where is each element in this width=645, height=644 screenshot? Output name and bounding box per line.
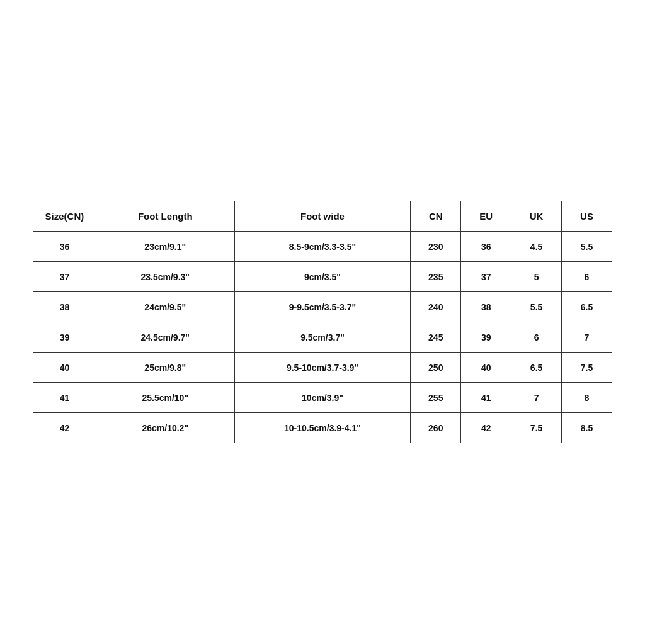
- cell-eu: 40: [461, 353, 511, 383]
- cell-foot-wide: 9cm/3.5": [234, 262, 411, 292]
- cell-foot-length: 24cm/9.5": [96, 292, 234, 322]
- cell-cn: 260: [411, 413, 461, 443]
- table-row: 4125.5cm/10"10cm/3.9"2554178: [33, 383, 612, 413]
- cell-eu: 36: [461, 232, 511, 262]
- cell-cn: 240: [411, 292, 461, 322]
- cell-foot-length: 26cm/10.2": [96, 413, 234, 443]
- cell-size-cn: 42: [33, 413, 96, 443]
- cell-cn: 245: [411, 322, 461, 353]
- header-us: US: [562, 201, 612, 232]
- cell-uk: 7.5: [511, 413, 562, 443]
- header-foot-length: Foot Length: [96, 201, 234, 232]
- cell-eu: 42: [461, 413, 511, 443]
- cell-eu: 37: [461, 262, 511, 292]
- cell-foot-wide: 9-9.5cm/3.5-3.7": [234, 292, 411, 322]
- cell-size-cn: 37: [33, 262, 96, 292]
- table-row: 3824cm/9.5"9-9.5cm/3.5-3.7"240385.56.5: [33, 292, 612, 322]
- cell-uk: 6: [511, 322, 562, 353]
- cell-foot-wide: 9.5cm/3.7": [234, 322, 411, 353]
- cell-us: 8: [562, 383, 612, 413]
- cell-foot-length: 23.5cm/9.3": [96, 262, 234, 292]
- header-eu: EU: [461, 201, 511, 232]
- table-row: 4025cm/9.8"9.5-10cm/3.7-3.9"250406.57.5: [33, 353, 612, 383]
- table-row: 3924.5cm/9.7"9.5cm/3.7"2453967: [33, 322, 612, 353]
- cell-foot-wide: 8.5-9cm/3.3-3.5": [234, 232, 411, 262]
- cell-cn: 230: [411, 232, 461, 262]
- cell-size-cn: 41: [33, 383, 96, 413]
- cell-cn: 255: [411, 383, 461, 413]
- cell-size-cn: 36: [33, 232, 96, 262]
- cell-us: 6.5: [562, 292, 612, 322]
- cell-size-cn: 39: [33, 322, 96, 353]
- cell-us: 8.5: [562, 413, 612, 443]
- cell-foot-wide: 9.5-10cm/3.7-3.9": [234, 353, 411, 383]
- cell-foot-length: 25cm/9.8": [96, 353, 234, 383]
- cell-foot-wide: 10cm/3.9": [234, 383, 411, 413]
- cell-us: 7.5: [562, 353, 612, 383]
- table-row: 3623cm/9.1"8.5-9cm/3.3-3.5"230364.55.5: [33, 232, 612, 262]
- cell-us: 5.5: [562, 232, 612, 262]
- table-row: 4226cm/10.2"10-10.5cm/3.9-4.1"260427.58.…: [33, 413, 612, 443]
- header-foot-wide: Foot wide: [234, 201, 411, 232]
- header-cn: CN: [411, 201, 461, 232]
- size-chart-container: Size(CN) Foot Length Foot wide CN EU UK …: [33, 201, 612, 443]
- table-header-row: Size(CN) Foot Length Foot wide CN EU UK …: [33, 201, 612, 232]
- cell-uk: 5: [511, 262, 562, 292]
- table-row: 3723.5cm/9.3"9cm/3.5"2353756: [33, 262, 612, 292]
- cell-eu: 41: [461, 383, 511, 413]
- cell-foot-length: 24.5cm/9.7": [96, 322, 234, 353]
- cell-uk: 5.5: [511, 292, 562, 322]
- cell-cn: 250: [411, 353, 461, 383]
- cell-eu: 38: [461, 292, 511, 322]
- cell-us: 7: [562, 322, 612, 353]
- cell-cn: 235: [411, 262, 461, 292]
- cell-us: 6: [562, 262, 612, 292]
- header-size-cn: Size(CN): [33, 201, 96, 232]
- cell-uk: 4.5: [511, 232, 562, 262]
- cell-size-cn: 38: [33, 292, 96, 322]
- cell-size-cn: 40: [33, 353, 96, 383]
- cell-foot-length: 25.5cm/10": [96, 383, 234, 413]
- cell-foot-wide: 10-10.5cm/3.9-4.1": [234, 413, 411, 443]
- cell-eu: 39: [461, 322, 511, 353]
- cell-uk: 7: [511, 383, 562, 413]
- header-uk: UK: [511, 201, 562, 232]
- size-chart-table: Size(CN) Foot Length Foot wide CN EU UK …: [33, 201, 612, 443]
- cell-foot-length: 23cm/9.1": [96, 232, 234, 262]
- cell-uk: 6.5: [511, 353, 562, 383]
